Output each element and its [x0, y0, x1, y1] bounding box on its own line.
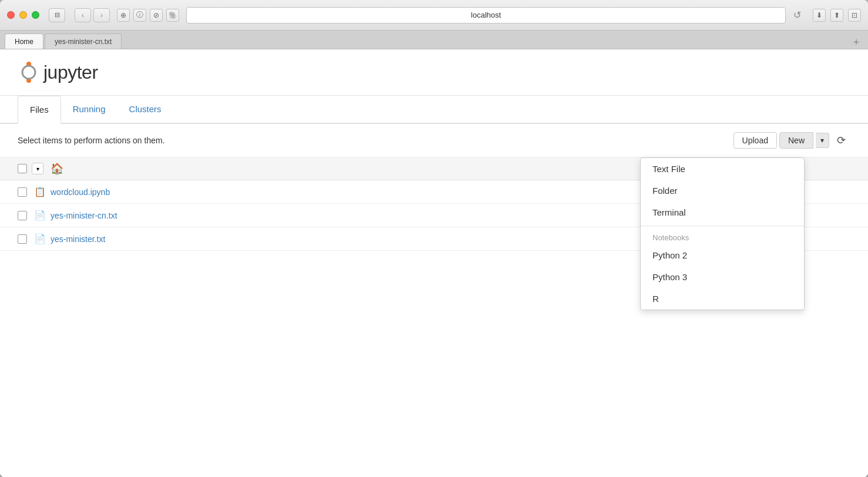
tab-add-button[interactable]: + [849, 36, 863, 49]
file-checkbox-yes-minister[interactable] [18, 234, 27, 244]
notebook-icon: 📋 [34, 186, 46, 197]
dropdown-item-folder[interactable]: Folder [641, 180, 804, 201]
extension-icons: ⊕ ⓘ ⊘ 🐘 [117, 9, 179, 22]
dropdown-item-terminal[interactable]: Terminal [641, 201, 804, 223]
toolbar-buttons: Upload New ▾ ⟳ [734, 131, 850, 150]
tab-yes-minister[interactable]: yes-minister-cn.txt [45, 33, 122, 49]
text-file-icon-2: 📄 [34, 233, 46, 244]
tab-clusters[interactable]: Clusters [117, 96, 173, 124]
ext-icon-3[interactable]: ⊘ [150, 9, 163, 22]
ext-icon-1[interactable]: ⊕ [117, 9, 130, 22]
reload-button[interactable]: ↺ [790, 9, 803, 22]
address-bar[interactable]: localhost [186, 7, 786, 23]
traffic-lights [7, 11, 39, 19]
check-all-checkbox[interactable] [18, 164, 27, 173]
sort-button[interactable]: ▾ [32, 163, 43, 174]
tab-home[interactable]: Home [5, 33, 43, 49]
download-icon[interactable]: ⬇ [813, 9, 826, 22]
minimize-button[interactable] [19, 11, 27, 19]
refresh-button[interactable]: ⟳ [832, 131, 850, 150]
file-link-wordcloud[interactable]: wordcloud.ipynb [51, 187, 110, 197]
dropdown-item-text-file[interactable]: Text File [641, 158, 804, 180]
jupyter-nav: Files Running Clusters [0, 96, 868, 124]
window-toggle-button[interactable]: ⊟ [49, 8, 65, 22]
file-checkbox-yes-minister-cn[interactable] [18, 211, 27, 220]
title-bar: ⊟ ‹ › ⊕ ⓘ ⊘ 🐘 localhost ↺ ⬇ ⬆ ⊡ [0, 0, 868, 31]
tab-yes-minister-label: yes-minister-cn.txt [55, 38, 112, 46]
new-caret-button[interactable]: ▾ [816, 133, 829, 148]
tab-bar: Home yes-minister-cn.txt + [0, 31, 868, 49]
fullscreen-button[interactable] [32, 11, 39, 19]
toolbar-row: Select items to perform actions on them.… [0, 124, 868, 157]
address-bar-container: ⊕ ⓘ ⊘ 🐘 localhost ↺ ⬇ ⬆ ⊡ [117, 7, 861, 23]
url-text: localhost [471, 11, 501, 19]
home-breadcrumb-icon[interactable]: 🏠 [51, 162, 63, 175]
dropdown-item-r[interactable]: R [641, 288, 804, 310]
dropdown-section-notebooks: Notebooks [641, 229, 804, 244]
dropdown-item-python3[interactable]: Python 3 [641, 266, 804, 288]
text-file-icon-1: 📄 [34, 210, 46, 221]
browser-window: ⊟ ‹ › ⊕ ⓘ ⊘ 🐘 localhost ↺ ⬇ ⬆ ⊡ Ho [0, 0, 868, 477]
dropdown-item-python2[interactable]: Python 2 [641, 244, 804, 266]
ext-icon-2[interactable]: ⓘ [133, 9, 146, 22]
file-checkbox-wordcloud[interactable] [18, 187, 27, 197]
tab-files[interactable]: Files [18, 96, 61, 124]
share-icon[interactable]: ⬆ [830, 9, 843, 22]
nav-buttons: ‹ › [75, 8, 110, 22]
bookmark-icon[interactable]: ⊡ [848, 9, 861, 22]
ext-icon-4[interactable]: 🐘 [166, 9, 179, 22]
tab-home-label: Home [15, 38, 33, 46]
new-dropdown-menu: Text File Folder Terminal Notebooks Pyth… [640, 157, 805, 310]
toolbar-text: Select items to perform actions on them. [18, 136, 165, 145]
tab-running[interactable]: Running [61, 96, 117, 124]
back-button[interactable]: ‹ [75, 8, 91, 22]
new-button[interactable]: New [779, 132, 813, 149]
file-link-yes-minister-cn[interactable]: yes-minister-cn.txt [51, 211, 117, 220]
jupyter-header: jupyter [0, 49, 868, 96]
jupyter-logo: jupyter [18, 61, 850, 83]
upload-button[interactable]: Upload [734, 132, 777, 149]
forward-button[interactable]: › [93, 8, 110, 22]
close-button[interactable] [7, 11, 15, 19]
dropdown-divider [641, 226, 804, 226]
jupyter-logo-text: jupyter [43, 62, 98, 83]
file-link-yes-minister[interactable]: yes-minister.txt [51, 234, 105, 244]
right-bar-icons: ⬇ ⬆ ⊡ [813, 9, 861, 22]
jupyter-logo-icon [18, 61, 40, 83]
